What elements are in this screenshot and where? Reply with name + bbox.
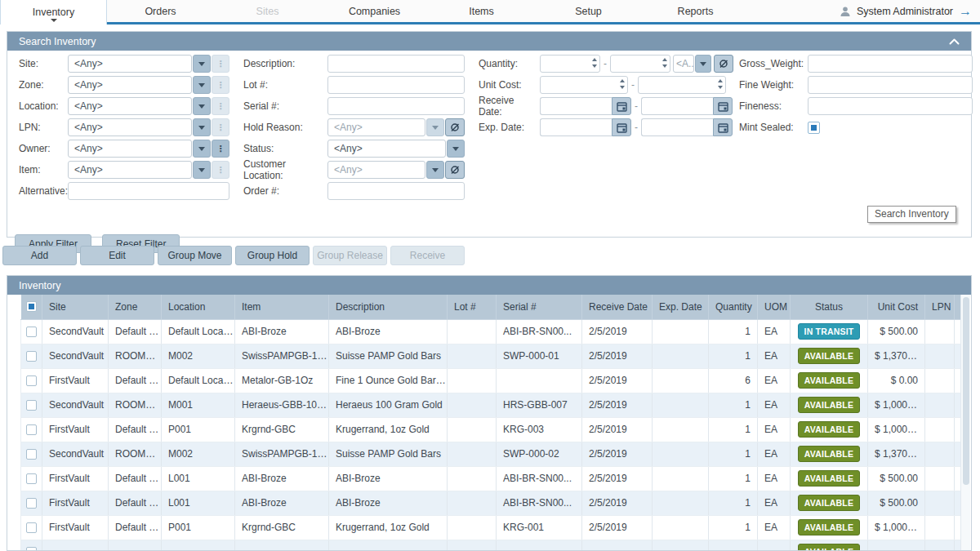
row-checkbox[interactable] [26,498,37,509]
exp_date-to-date-input[interactable] [641,118,713,136]
combo-value-item[interactable]: <Any> [68,161,192,179]
refresh-button-customer_location[interactable] [445,161,465,179]
tab-companies[interactable]: Companies [321,0,428,22]
exp_date-from-date-input[interactable] [540,118,612,136]
spinner-arrows[interactable] [662,58,667,68]
fineness-field[interactable] [808,97,973,115]
calendar-button[interactable] [713,118,733,136]
row-checkbox[interactable] [26,327,37,337]
table-row[interactable]: SecondVaultDefault ZoneDefault LocationA… [21,319,961,344]
row-select-cell[interactable] [21,368,42,393]
row-select-cell[interactable] [21,393,42,417]
combo-value-zone[interactable]: <Any> [68,76,192,94]
dropdown-arrow-button-quantity-operator[interactable] [695,55,711,73]
fine_weight-field[interactable] [808,76,973,94]
refresh-button-quantity[interactable] [714,55,733,73]
tab-orders[interactable]: Orders [107,0,214,22]
row-select-cell[interactable] [21,540,42,551]
dropdown-arrow-button-item[interactable] [193,161,211,179]
column-header-unit_cost[interactable]: Unit Cost [868,295,925,319]
column-header-lpn[interactable]: LPN [925,295,955,319]
column-header-site[interactable]: Site [42,295,109,319]
combo-value-owner[interactable]: <Any> [68,140,192,158]
row-select-cell[interactable] [21,417,42,442]
gross_weight-field[interactable] [808,55,973,73]
table-row[interactable]: AVAILABLE [21,540,961,551]
refresh-button-hold_reason[interactable] [445,118,465,136]
unit_cost-from-spinner[interactable] [540,76,628,94]
tab-setup[interactable]: Setup [535,0,642,22]
tab-reports[interactable]: Reports [642,0,749,22]
combo-value-customer_location[interactable]: <Any> [327,161,425,179]
quantity-from-spinner[interactable] [540,55,600,73]
dropdown-arrow-button-status[interactable] [447,140,465,158]
spin-down-icon[interactable] [620,86,625,89]
column-header-lot[interactable]: Lot # [448,295,497,319]
table-row[interactable]: SecondVaultROOM_01M002SwissPAMPGB-100gSu… [21,344,961,368]
spin-up-icon[interactable] [662,58,667,61]
row-select-cell[interactable] [21,344,42,368]
row-select-cell[interactable] [21,466,42,491]
row-checkbox[interactable] [26,424,37,435]
column-header-serial[interactable]: Serial # [497,295,582,319]
row-checkbox[interactable] [26,522,37,533]
serial-field[interactable] [327,97,465,115]
row-checkbox[interactable] [26,449,37,460]
lot-field[interactable] [327,76,465,94]
combo-value-location[interactable]: <Any> [68,97,192,115]
row-checkbox[interactable] [26,400,37,411]
table-row[interactable]: SecondVaultROOM_01M002SwissPAMPGB-100gSu… [21,442,961,466]
calendar-button[interactable] [612,97,631,115]
dropdown-arrow-button-customer_location[interactable] [426,161,444,179]
spinner-arrows[interactable] [592,58,597,68]
spinner-arrows[interactable] [718,79,723,89]
column-header-description[interactable]: Description [329,295,448,319]
calendar-button[interactable] [612,118,631,136]
spin-up-icon[interactable] [620,79,625,82]
column-header-status[interactable]: Status [791,295,868,319]
table-row[interactable]: FirstVaultDefault ZoneL001ABI-BrozeABI-B… [21,466,961,491]
quantity-to-spinner[interactable] [610,55,670,73]
tab-items[interactable]: Items [428,0,535,22]
table-row[interactable]: SecondVaultROOM_01M001Heraeus-GBB-100grH… [21,393,961,417]
column-header-zone[interactable]: Zone [109,295,162,319]
table-row[interactable]: FirstVaultDefault ZoneP001Krgrnd-GBCKrug… [21,417,961,442]
spin-up-icon[interactable] [718,79,723,82]
row-select-cell[interactable] [21,442,42,466]
group-hold-button[interactable]: Group Hold [235,246,310,265]
mint_sealed-checkbox[interactable] [808,122,820,134]
tab-inventory[interactable]: Inventory [0,0,107,24]
select-all-checkbox[interactable] [26,301,37,312]
row-select-cell[interactable] [21,319,42,344]
row-checkbox[interactable] [26,547,37,551]
search-panel-header[interactable]: Search Inventory [7,32,971,51]
table-row[interactable]: FirstVaultDefault ZoneDefault LocationMe… [21,368,961,393]
column-header-exp_date[interactable]: Exp. Date [653,295,709,319]
receive_date-from-date-input[interactable] [540,97,612,115]
unit_cost-to-input[interactable] [639,77,712,93]
collapse-chevron-icon[interactable] [949,38,960,45]
vertical-scrollbar[interactable] [960,295,970,550]
select-all-header[interactable] [21,295,42,319]
receive_date-to-date-input[interactable] [641,97,713,115]
user-name[interactable]: System Administrator [857,6,953,17]
description-field[interactable] [327,55,465,73]
dropdown-arrow-button-location[interactable] [193,97,211,115]
dropdown-arrow-button-site[interactable] [193,55,211,73]
group-move-button[interactable]: Group Move [158,246,232,265]
combo-value-lpn[interactable]: <Any> [68,118,192,136]
dropdown-arrow-button-lpn[interactable] [193,118,211,136]
table-row[interactable]: FirstVaultDefault ZoneP001Krgrnd-GBCKrug… [21,515,961,540]
combo-value-hold_reason[interactable]: <Any> [327,118,425,136]
combo-value-status[interactable]: <Any> [327,140,446,158]
quantity-to-input[interactable] [611,56,657,72]
spin-down-icon[interactable] [662,64,667,68]
quantity-from-input[interactable] [541,56,586,72]
column-header-receive_date[interactable]: Receive Date [582,295,653,319]
column-header-item[interactable]: Item [235,295,329,319]
spin-up-icon[interactable] [592,58,597,61]
row-checkbox[interactable] [26,473,37,484]
row-select-cell[interactable] [21,491,42,515]
more-options-button-owner[interactable]: ⋮ [212,140,229,158]
alternative-field[interactable] [68,182,229,200]
